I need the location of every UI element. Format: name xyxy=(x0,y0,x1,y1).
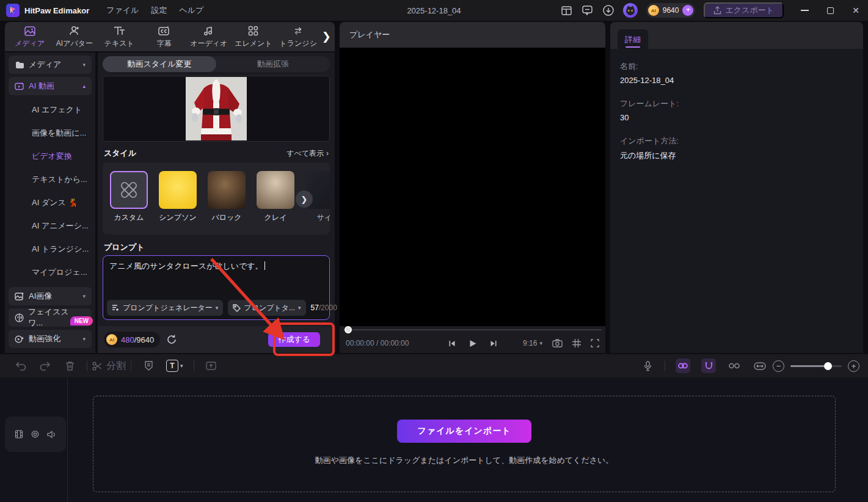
tab-ai-avatar[interactable]: AIアバター xyxy=(52,25,97,49)
tab-transitions[interactable]: トランジシ xyxy=(276,25,321,49)
sidebar-item-ai-animation[interactable]: AI アニメーシ... xyxy=(5,214,95,238)
feedback-icon[interactable] xyxy=(582,4,594,16)
create-button[interactable]: 作成する xyxy=(268,332,320,347)
chevron-down-icon: ▾ xyxy=(82,336,86,342)
fullscreen-icon[interactable] xyxy=(591,339,599,347)
prompt-input[interactable]: アニメ風のサンタクロースが欲しいです。 プロンプトジェネレーター ▾ プロンプト… xyxy=(103,255,330,320)
minimize-button[interactable] xyxy=(798,4,811,16)
tab-video-extend[interactable]: 動画拡張 xyxy=(216,56,330,72)
video-viewport[interactable] xyxy=(340,48,605,326)
zoom-out-button[interactable]: − xyxy=(773,360,784,372)
unlink-toggle[interactable] xyxy=(727,358,742,373)
sidebar-group-media[interactable]: メディア ▾ xyxy=(9,56,92,74)
chevron-right-icon: › xyxy=(326,149,329,158)
ai-video-panel: 動画スタイル変更 動画拡張 スタイル xyxy=(98,53,335,353)
marker-icon[interactable] xyxy=(142,359,155,373)
style-carousel: カスタム シンプソン バロック クレイ サイ ❯ xyxy=(103,162,330,235)
field-name-value: 2025-12-18_04 xyxy=(620,76,853,85)
player-header: プレイヤー xyxy=(340,22,605,48)
track-header xyxy=(5,417,66,452)
close-button[interactable]: ✕ xyxy=(850,4,862,16)
seek-bar[interactable] xyxy=(340,326,605,333)
sidebar-group-ai-video[interactable]: AI 動画 ▴ xyxy=(9,77,92,95)
add-credits-button[interactable]: + xyxy=(682,5,693,16)
tab-media[interactable]: メディア xyxy=(7,25,52,49)
show-all-link[interactable]: すべて表示 › xyxy=(286,148,329,159)
style-simpson[interactable]: シンプソン xyxy=(159,171,197,235)
feature-tabs: メディア AIアバター テキスト 字幕 オーディオ エレメント トランジシ ❯ xyxy=(5,22,335,51)
media-drop-zone[interactable]: ファイルをインポート 動画や画像をここにドラッグまたはインポートして、動画作成を… xyxy=(93,396,836,492)
aspect-ratio-dropdown[interactable]: 9:16▾ xyxy=(523,339,542,347)
track-visibility-icon[interactable] xyxy=(31,431,40,438)
title-bar: HitPaw Edimakor ファイル 設定 ヘルプ 2025-12-18_0… xyxy=(0,0,868,21)
tab-video-style-change[interactable]: 動画スタイル変更 xyxy=(103,56,216,72)
tab-text[interactable]: テキスト xyxy=(97,25,142,49)
sidebar-item-video-convert[interactable]: ビデオ変換 xyxy=(5,145,95,168)
magnet-snap-toggle[interactable] xyxy=(701,358,716,373)
redo-button[interactable] xyxy=(38,359,52,373)
tab-audio[interactable]: オーディオ xyxy=(186,25,231,49)
caret-down-icon: ▾ xyxy=(539,340,542,346)
player-controls: 00:00:00 / 00:00:00 9:16▾ xyxy=(340,333,605,353)
undo-button[interactable] xyxy=(14,359,27,373)
elements-icon xyxy=(247,25,260,37)
export-frame-icon[interactable] xyxy=(205,359,218,373)
sidebar: メディア ▾ AI 動画 ▴ AI エフェクト 画像を動画に... ビデオ変換 … xyxy=(5,53,95,353)
credit-usage-pill: AI 480/9640 xyxy=(104,332,160,347)
style-baroque[interactable]: バロック xyxy=(208,171,246,235)
split-button[interactable]: 分割 xyxy=(92,360,126,373)
export-icon xyxy=(713,6,721,15)
face-swap-icon xyxy=(15,313,24,322)
style-custom[interactable]: カスタム xyxy=(110,171,148,235)
layout-icon[interactable] xyxy=(561,4,573,16)
credits-badge[interactable]: AI 9640 + xyxy=(646,3,696,18)
user-avatar[interactable] xyxy=(623,3,638,18)
snapshot-icon[interactable] xyxy=(552,339,563,347)
play-button[interactable] xyxy=(469,340,476,347)
prompt-tags-dropdown[interactable]: プロンプトタ... ▾ xyxy=(228,300,305,316)
tab-details[interactable]: 詳細 xyxy=(618,29,648,49)
timeline-zoom-slider[interactable] xyxy=(790,365,842,367)
text-tool-dropdown[interactable]: T ▾ xyxy=(166,360,183,372)
maximize-button[interactable] xyxy=(824,4,836,16)
filmstrip-icon xyxy=(15,430,23,438)
carousel-next-button[interactable]: ❯ xyxy=(296,191,313,208)
sidebar-item-ai-transition[interactable]: AI トランジシ... xyxy=(5,238,95,261)
sidebar-item-ai-dance[interactable]: AI ダンス 💃 xyxy=(5,191,95,214)
delete-button[interactable] xyxy=(63,359,76,373)
tab-elements[interactable]: エレメント xyxy=(231,25,275,49)
menu-help[interactable]: ヘルプ xyxy=(179,5,203,16)
zoom-in-button[interactable]: + xyxy=(848,360,859,372)
sidebar-group-video-enhance[interactable]: 動画強化 ▾ xyxy=(9,330,92,348)
playhead-knob[interactable] xyxy=(345,326,352,333)
tab-subtitles[interactable]: 字幕 xyxy=(142,25,186,49)
field-framerate-label: フレームレート: xyxy=(620,98,853,109)
import-files-button[interactable]: ファイルをインポート xyxy=(397,420,532,443)
menu-file[interactable]: ファイル xyxy=(106,5,139,16)
prompt-generator-dropdown[interactable]: プロンプトジェネレーター ▾ xyxy=(107,300,223,316)
prev-frame-button[interactable] xyxy=(448,340,455,347)
record-voiceover-icon[interactable] xyxy=(641,359,654,373)
char-counter: 57/2000 xyxy=(311,304,337,312)
export-button[interactable]: エクスポート xyxy=(704,2,784,18)
grid-icon[interactable] xyxy=(572,339,581,347)
download-icon[interactable] xyxy=(602,4,615,16)
sidebar-item-image-to-video[interactable]: 画像を動画に... xyxy=(5,122,95,145)
menu-settings[interactable]: 設定 xyxy=(151,5,167,16)
zoom-slider-knob[interactable] xyxy=(824,362,832,370)
tabs-expand-chevron[interactable]: ❯ xyxy=(321,30,332,43)
style-clay[interactable]: クレイ xyxy=(257,171,294,235)
refresh-icon[interactable] xyxy=(166,334,177,345)
audio-icon xyxy=(203,25,215,37)
credits-count: 9640 xyxy=(663,6,679,15)
fit-timeline-icon[interactable] xyxy=(753,358,767,373)
sidebar-group-ai-image[interactable]: AI画像 ▾ xyxy=(9,287,92,305)
track-mute-icon[interactable] xyxy=(47,431,56,438)
sidebar-item-ai-effects[interactable]: AI エフェクト xyxy=(5,98,95,122)
ai-coin-icon: AI xyxy=(106,334,117,345)
link-clips-toggle[interactable] xyxy=(676,358,690,373)
scissors-icon xyxy=(92,362,103,371)
sidebar-item-text-to[interactable]: テキストから... xyxy=(5,168,95,191)
next-frame-button[interactable] xyxy=(490,340,497,347)
sidebar-item-my-projects[interactable]: マイプロジェ... xyxy=(5,261,95,284)
